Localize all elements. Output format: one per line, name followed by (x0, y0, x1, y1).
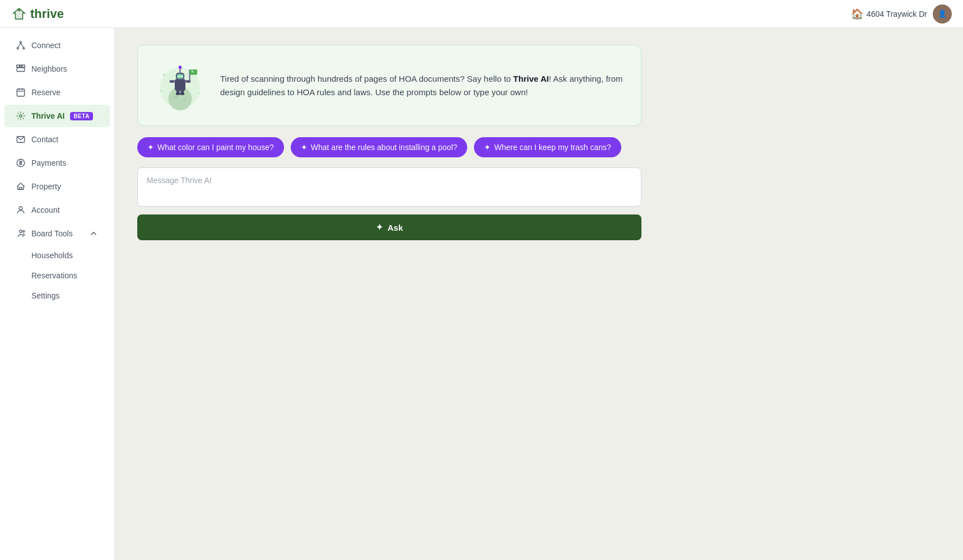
sidebar-item-connect-label: Connect (31, 41, 61, 50)
board-tools-icon (16, 228, 26, 239)
message-area: ✦ Ask (137, 167, 641, 240)
chevron-up-icon (89, 228, 99, 239)
sidebar-item-board-tools[interactable]: Board Tools (4, 222, 110, 245)
svg-rect-9 (17, 68, 25, 72)
svg-point-19 (20, 230, 22, 233)
svg-point-2 (17, 48, 18, 49)
message-input[interactable] (137, 167, 641, 207)
reserve-icon (16, 87, 26, 97)
svg-point-32 (178, 76, 180, 77)
ask-button-label: Ask (388, 223, 403, 232)
svg-point-0 (18, 8, 21, 11)
svg-rect-42 (176, 93, 180, 95)
header-right: 🏠 4604 Traywick Dr 👤 (851, 4, 952, 24)
neighbors-icon (16, 64, 26, 74)
prompt-chip-2-label: What are the rules about installing a po… (311, 143, 458, 152)
sidebar-item-connect[interactable]: Connect (4, 34, 110, 57)
logo[interactable]: thrive (11, 6, 64, 22)
ask-icon: ✦ (376, 222, 383, 232)
board-tools-inner: Board Tools (16, 228, 99, 239)
sidebar-item-payments[interactable]: Payments (4, 152, 110, 174)
svg-point-33 (181, 76, 183, 77)
ai-icon (16, 111, 26, 121)
sidebar-sub-reservations-label: Reservations (31, 271, 77, 280)
prompt-chip-2[interactable]: ✦ What are the rules about installing a … (291, 137, 468, 157)
mascot-image (153, 59, 207, 112)
sidebar-item-account[interactable]: Account (4, 199, 110, 221)
prompt-chip-3-label: Where can I keep my trash cans? (494, 143, 611, 152)
sidebar-item-payments-label: Payments (31, 158, 66, 167)
sidebar-item-reserve-label: Reserve (31, 88, 61, 97)
sidebar-item-reserve[interactable]: Reserve (4, 81, 110, 104)
sidebar: Connect Neighbors Reserve (0, 28, 115, 560)
svg-point-22 (164, 74, 165, 76)
sidebar-item-thrive-ai[interactable]: Thrive AI BETA (4, 105, 110, 127)
sidebar-sub-item-settings[interactable]: Settings (4, 286, 110, 305)
svg-point-1 (20, 41, 22, 43)
ask-button[interactable]: ✦ Ask (137, 214, 641, 240)
sidebar-item-property-label: Property (31, 182, 61, 191)
svg-line-4 (18, 43, 21, 48)
svg-rect-43 (180, 93, 185, 95)
sidebar-sub-households-label: Households (31, 251, 73, 260)
board-tools-left: Board Tools (16, 228, 73, 239)
welcome-description: Tired of scanning through hundreds of pa… (220, 72, 625, 99)
mascot-svg (153, 59, 207, 112)
logo-icon (11, 6, 27, 22)
main-content: Tired of scanning through hundreds of pa… (115, 28, 963, 560)
prompt-chips-container: ✦ What color can I paint my house? ✦ Wha… (137, 137, 641, 157)
house-icon: 🏠 (851, 8, 863, 20)
property-icon (16, 181, 26, 192)
prompt-chip-3[interactable]: ✦ Where can I keep my trash cans? (474, 137, 621, 157)
svg-rect-29 (175, 79, 185, 91)
logo-text: thrive (30, 7, 64, 21)
header-address: 🏠 4604 Traywick Dr (851, 8, 927, 20)
sidebar-item-thrive-ai-label: Thrive AI (31, 111, 64, 120)
svg-line-5 (21, 43, 24, 48)
chip-3-icon: ✦ (484, 143, 491, 152)
payments-icon (16, 158, 26, 168)
svg-rect-36 (170, 80, 175, 83)
sidebar-sub-item-households[interactable]: Households (4, 246, 110, 265)
connect-icon (16, 40, 26, 50)
prompt-chip-1-label: What color can I paint my house? (157, 143, 274, 152)
sidebar-sub-item-reservations[interactable]: Reservations (4, 266, 110, 285)
svg-point-27 (174, 96, 178, 99)
header: thrive 🏠 4604 Traywick Dr 👤 (0, 0, 963, 28)
svg-point-3 (23, 48, 25, 49)
sidebar-item-neighbors-label: Neighbors (31, 64, 67, 73)
svg-rect-17 (20, 188, 22, 190)
chip-2-icon: ✦ (301, 143, 308, 152)
contact-icon (16, 134, 26, 144)
svg-point-14 (20, 115, 22, 118)
account-icon (16, 205, 26, 215)
svg-point-28 (183, 99, 185, 101)
user-avatar[interactable]: 👤 (933, 4, 952, 24)
sidebar-item-board-tools-label: Board Tools (31, 229, 73, 238)
sidebar-item-neighbors[interactable]: Neighbors (4, 58, 110, 80)
svg-point-35 (179, 66, 182, 69)
svg-rect-37 (185, 80, 191, 83)
sidebar-sub-settings-label: Settings (31, 291, 60, 300)
svg-point-18 (19, 207, 22, 210)
svg-rect-10 (17, 89, 25, 96)
svg-point-24 (161, 90, 162, 91)
sidebar-item-property[interactable]: Property (4, 175, 110, 198)
prompt-chip-1[interactable]: ✦ What color can I paint my house? (137, 137, 284, 157)
sidebar-item-contact-label: Contact (31, 135, 58, 144)
beta-badge: BETA (70, 112, 92, 120)
chip-1-icon: ✦ (147, 143, 154, 152)
sidebar-item-account-label: Account (31, 206, 60, 214)
welcome-card: Tired of scanning through hundreds of pa… (137, 45, 641, 126)
svg-point-25 (198, 93, 199, 94)
layout: Connect Neighbors Reserve (0, 28, 963, 560)
sidebar-item-contact[interactable]: Contact (4, 128, 110, 151)
svg-point-20 (23, 231, 25, 232)
